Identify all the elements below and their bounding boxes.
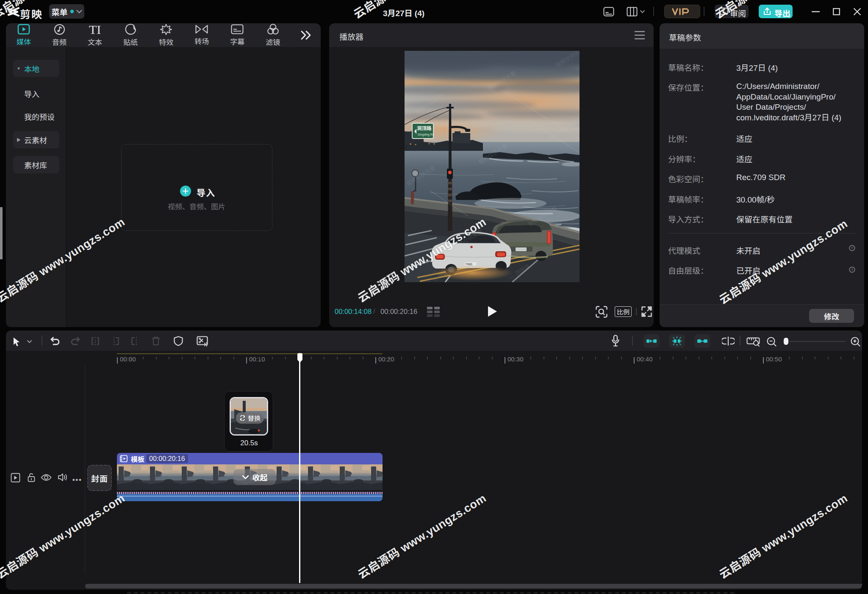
svg-text:?: ? xyxy=(851,268,853,272)
svg-text:Dingding Rd: Dingding Rd xyxy=(418,133,434,136)
svg-text:洞顶路: 洞顶路 xyxy=(417,126,432,131)
svg-text:?: ? xyxy=(851,246,853,250)
